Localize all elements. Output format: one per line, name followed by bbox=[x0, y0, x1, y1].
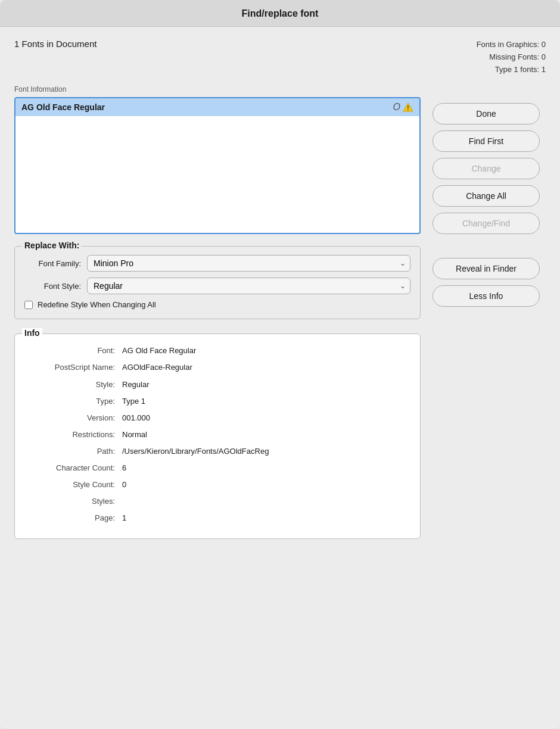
font-family-row: Font Family: Minion Pro Arial Helvetica … bbox=[24, 255, 410, 272]
window-title: Find/replace font bbox=[12, 8, 548, 19]
less-info-button[interactable]: Less Info bbox=[433, 285, 540, 307]
top-stats-row: 1 Fonts in Document Fonts in Graphics: 0… bbox=[14, 39, 546, 76]
replace-with-title: Replace With: bbox=[22, 241, 82, 250]
info-label-character-count: Character Count: bbox=[24, 460, 120, 476]
info-label-path: Path: bbox=[24, 443, 120, 460]
title-bar: Find/replace font bbox=[0, 0, 560, 27]
redefine-style-row: Redefine Style When Changing All bbox=[24, 300, 410, 309]
font-style-row: Font Style: Regular Bold Italic Bold Ita… bbox=[24, 278, 410, 294]
info-table: Font: AG Old Face Regular PostScript Nam… bbox=[24, 342, 410, 526]
main-window: Find/replace font 1 Fonts in Document Fo… bbox=[0, 0, 560, 729]
info-label-type: Type: bbox=[24, 393, 120, 410]
info-row-character-count: Character Count: 6 bbox=[24, 460, 410, 476]
italic-o-icon: O bbox=[393, 102, 400, 113]
info-row-page: Page: 1 bbox=[24, 510, 410, 526]
warning-triangle-icon: ! bbox=[403, 102, 413, 112]
info-value-version: 001.000 bbox=[120, 410, 410, 426]
info-row-path: Path: /Users/Kieron/Library/Fonts/AGOldF… bbox=[24, 443, 410, 460]
info-row-postscript: PostScript Name: AGOldFace-Regular bbox=[24, 359, 410, 376]
font-warning-icon: O ! bbox=[393, 102, 413, 113]
font-family-select[interactable]: Minion Pro Arial Helvetica Times New Rom… bbox=[87, 255, 410, 272]
stats-panel: Fonts in Graphics: 0 Missing Fonts: 0 Ty… bbox=[477, 39, 546, 76]
info-row-styles: Styles: bbox=[24, 493, 410, 510]
info-row-style-count: Style Count: 0 bbox=[24, 476, 410, 493]
info-label-styles: Styles: bbox=[24, 493, 120, 510]
info-label-version: Version: bbox=[24, 410, 120, 426]
info-row-version: Version: 001.000 bbox=[24, 410, 410, 426]
info-section-title: Info bbox=[22, 328, 42, 338]
font-information-label: Font Information bbox=[14, 85, 421, 94]
redefine-style-checkbox[interactable] bbox=[24, 301, 33, 309]
fonts-in-graphics: Fonts in Graphics: 0 bbox=[477, 39, 546, 51]
type1-fonts: Type 1 fonts: 1 bbox=[477, 64, 546, 76]
info-value-page: 1 bbox=[120, 510, 410, 526]
info-value-postscript: AGOldFace-Regular bbox=[120, 359, 410, 376]
info-value-style-count: 0 bbox=[120, 476, 410, 493]
svg-text:!: ! bbox=[407, 105, 409, 111]
font-name: AG Old Face Regular bbox=[21, 102, 105, 112]
font-style-select[interactable]: Regular Bold Italic Bold Italic bbox=[87, 278, 410, 294]
font-list-box[interactable]: AG Old Face Regular O ! bbox=[14, 97, 421, 234]
info-value-font: AG Old Face Regular bbox=[120, 342, 410, 359]
main-area: Font Information AG Old Face Regular O ! bbox=[14, 85, 546, 539]
change-button[interactable]: Change bbox=[433, 158, 540, 179]
info-row-restrictions: Restrictions: Normal bbox=[24, 426, 410, 443]
font-list-item[interactable]: AG Old Face Regular O ! bbox=[15, 98, 419, 116]
info-value-character-count: 6 bbox=[120, 460, 410, 476]
info-label-font: Font: bbox=[24, 342, 120, 359]
info-label-restrictions: Restrictions: bbox=[24, 426, 120, 443]
info-label-style-count: Style Count: bbox=[24, 476, 120, 493]
info-value-path: /Users/Kieron/Library/Fonts/AGOldFacReg bbox=[120, 443, 410, 460]
find-first-button[interactable]: Find First bbox=[433, 130, 540, 152]
info-value-styles bbox=[120, 493, 410, 510]
info-row-type: Type: Type 1 bbox=[24, 393, 410, 410]
font-style-label: Font Style: bbox=[24, 282, 81, 291]
change-all-button[interactable]: Change All bbox=[433, 185, 540, 207]
info-label-style: Style: bbox=[24, 376, 120, 393]
redefine-style-label[interactable]: Redefine Style When Changing All bbox=[38, 300, 156, 309]
right-panel: Done Find First Change Change All Change… bbox=[433, 85, 546, 307]
info-section: Info Font: AG Old Face Regular PostScrip… bbox=[14, 334, 421, 539]
font-style-select-wrapper: Regular Bold Italic Bold Italic ⌄ bbox=[87, 278, 410, 294]
info-row-font: Font: AG Old Face Regular bbox=[24, 342, 410, 359]
info-label-postscript: PostScript Name: bbox=[24, 359, 120, 376]
change-find-button[interactable]: Change/Find bbox=[433, 213, 540, 234]
left-panel: Font Information AG Old Face Regular O ! bbox=[14, 85, 421, 539]
fonts-in-doc: 1 Fonts in Document bbox=[14, 39, 97, 49]
done-button[interactable]: Done bbox=[433, 103, 540, 124]
info-row-style: Style: Regular bbox=[24, 376, 410, 393]
info-value-type: Type 1 bbox=[120, 393, 410, 410]
info-label-page: Page: bbox=[24, 510, 120, 526]
font-family-select-wrapper: Minion Pro Arial Helvetica Times New Rom… bbox=[87, 255, 410, 272]
info-value-style: Regular bbox=[120, 376, 410, 393]
spacer bbox=[433, 240, 546, 252]
font-family-label: Font Family: bbox=[24, 259, 81, 268]
replace-with-section: Replace With: Font Family: Minion Pro Ar… bbox=[14, 246, 421, 319]
reveal-in-finder-button[interactable]: Reveal in Finder bbox=[433, 258, 540, 279]
info-value-restrictions: Normal bbox=[120, 426, 410, 443]
missing-fonts: Missing Fonts: 0 bbox=[477, 51, 546, 64]
